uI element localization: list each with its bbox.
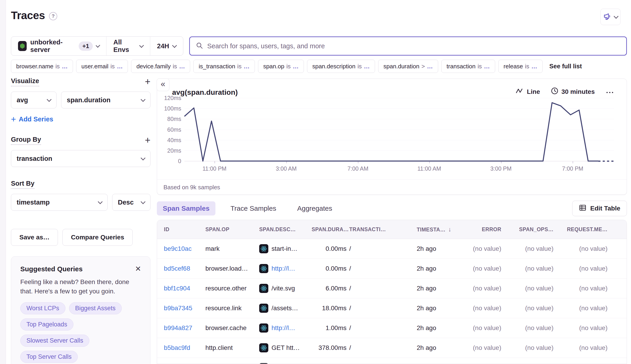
- chevron-down-icon: [172, 43, 177, 48]
- request-method-cell: (no value): [555, 344, 609, 352]
- help-icon[interactable]: ?: [49, 12, 57, 20]
- x-axis-label: 3:00 PM: [490, 165, 512, 172]
- close-icon[interactable]: ✕: [135, 265, 141, 272]
- group-by-select[interactable]: transaction: [11, 150, 150, 167]
- sort-by-heading: Sort By: [11, 180, 35, 189]
- column-header[interactable]: SPAN.DURA…: [310, 226, 348, 232]
- filter-chip-span.duration[interactable]: span.duration>…: [378, 60, 438, 73]
- span-description-cell: start-in…: [258, 244, 310, 253]
- span-id-link[interactable]: b5bac9fd: [164, 344, 190, 351]
- x-axis-label: 3:00 AM: [276, 165, 297, 172]
- project-selector[interactable]: unborked-server +1: [11, 37, 106, 55]
- request-method-cell: (no value): [555, 304, 609, 312]
- timestamp-cell: 2h ago: [415, 245, 458, 252]
- environment-selector[interactable]: All Envs: [106, 37, 150, 55]
- request-method-cell: (no value): [555, 245, 609, 252]
- see-full-list-button[interactable]: See full list: [546, 63, 586, 70]
- chevron-down-icon: [613, 14, 618, 19]
- search-input[interactable]: [207, 42, 620, 50]
- add-series-button[interactable]: + Add Series: [11, 114, 53, 124]
- column-header[interactable]: TIMESTA…↓: [415, 226, 458, 233]
- column-header[interactable]: REQUEST.ME…: [555, 226, 609, 232]
- sort-field-select[interactable]: timestamp: [11, 194, 108, 211]
- transaction-cell: /: [348, 324, 415, 332]
- column-header[interactable]: SPAN.OP: [204, 226, 258, 232]
- chevron-down-icon: [141, 156, 145, 160]
- filter-chip-is_transaction[interactable]: is_transactionis…: [193, 60, 255, 73]
- span-id-link[interactable]: bbf1c904: [164, 285, 190, 292]
- collapse-sidebar-button[interactable]: «: [157, 78, 169, 91]
- transaction-cell: /: [348, 344, 415, 352]
- chart-y-axis: 120ms100ms80ms60ms40ms20ms0: [160, 96, 181, 163]
- node-project-icon: [18, 41, 27, 51]
- column-header[interactable]: SPAN.DESC…: [258, 226, 310, 232]
- span-ops-cell: (no value): [503, 304, 555, 312]
- error-cell: (no value): [458, 245, 503, 252]
- whats-new-button[interactable]: [600, 9, 620, 25]
- interval-button[interactable]: 30 minutes: [551, 87, 595, 96]
- compare-queries-button[interactable]: Compare Queries: [63, 229, 132, 246]
- column-header[interactable]: ID: [157, 226, 204, 232]
- megaphone-icon: [603, 13, 612, 21]
- chart-type-button[interactable]: Line: [516, 88, 540, 96]
- suggested-query-chip[interactable]: Top Server Calls: [20, 351, 78, 363]
- group-by-value: transaction: [17, 155, 52, 162]
- field-select[interactable]: span.duration: [61, 92, 150, 108]
- span-description-text[interactable]: http://l…: [271, 324, 295, 332]
- suggested-query-chip[interactable]: Top Pageloads: [20, 318, 73, 330]
- span-description-text[interactable]: http://l…: [271, 265, 295, 272]
- chart-plot-area[interactable]: [184, 96, 614, 163]
- chart-more-button[interactable]: [606, 88, 614, 96]
- suggested-query-chip[interactable]: Biggest Assets: [69, 302, 122, 314]
- sort-direction-select[interactable]: Desc: [112, 194, 150, 211]
- request-method-cell: (no value): [555, 265, 609, 272]
- tab-trace-samples[interactable]: Trace Samples: [224, 201, 282, 216]
- results-tabs: Span SamplesTrace SamplesAggregates: [157, 201, 338, 216]
- filter-chip-span.description[interactable]: span.descriptionis…: [307, 60, 375, 73]
- react-platform-icon: [259, 284, 268, 293]
- filter-chip-user.email[interactable]: user.emailis…: [76, 60, 128, 73]
- span-description-text: start-in…: [271, 245, 297, 252]
- span-duration-cell: 1.00ms: [310, 324, 348, 332]
- span-duration-cell: 0.00ms: [310, 265, 348, 272]
- add-series-label: Add Series: [19, 116, 53, 123]
- column-header[interactable]: SPAN_OPS…: [503, 226, 555, 232]
- tab-aggregates[interactable]: Aggregates: [291, 201, 338, 216]
- request-method-cell: (no value): [555, 285, 609, 292]
- aggregate-select[interactable]: avg: [11, 92, 57, 108]
- suggested-query-chip[interactable]: Worst LCPs: [20, 302, 65, 314]
- column-header[interactable]: ERROR: [458, 226, 503, 232]
- line-chart-icon: [516, 88, 524, 96]
- sort-field-value: timestamp: [17, 199, 50, 206]
- transaction-cell: /: [348, 304, 415, 312]
- filter-chip-release[interactable]: releaseis…: [498, 60, 542, 73]
- aggregate-value: avg: [17, 96, 28, 104]
- span-id-link[interactable]: b9ba7345: [164, 304, 192, 312]
- search-bar[interactable]: [189, 36, 627, 56]
- plus-icon: +: [11, 114, 16, 124]
- edit-table-button[interactable]: Edit Table: [572, 201, 627, 216]
- filter-chip-browser.name[interactable]: browser.nameis…: [11, 60, 73, 73]
- tab-span-samples[interactable]: Span Samples: [157, 201, 215, 216]
- add-visualize-button[interactable]: +: [145, 77, 150, 86]
- interval-label: 30 minutes: [561, 88, 595, 96]
- suggested-queries-body: Feeling like a newb? Been there, done th…: [20, 278, 141, 296]
- span-op-cell: resource.link: [204, 304, 258, 312]
- save-as-button[interactable]: Save as…: [11, 229, 58, 246]
- filter-chip-device.family[interactable]: device.familyis…: [131, 60, 190, 73]
- date-range-selector[interactable]: 24H: [150, 37, 183, 55]
- chart-dashed-tail: [598, 160, 614, 162]
- span-id-link[interactable]: bd5cef68: [164, 265, 190, 272]
- span-id-link[interactable]: be9c10ac: [164, 245, 191, 252]
- span-duration-cell: 378.00ms: [310, 344, 348, 352]
- react-platform-icon: [259, 343, 268, 352]
- column-header[interactable]: TRANSACTI…: [348, 226, 415, 232]
- group-by-heading: Group By: [11, 136, 41, 145]
- add-group-by-button[interactable]: +: [145, 136, 150, 145]
- span-ops-cell: (no value): [503, 285, 555, 292]
- suggested-query-chip[interactable]: Slowest Server Calls: [20, 334, 89, 347]
- filter-chip-transaction[interactable]: transactionis…: [441, 60, 495, 73]
- filter-chip-span.op[interactable]: span.opis…: [258, 60, 304, 73]
- sort-desc-icon: ↓: [448, 226, 451, 233]
- span-id-link[interactable]: b994a827: [164, 324, 192, 332]
